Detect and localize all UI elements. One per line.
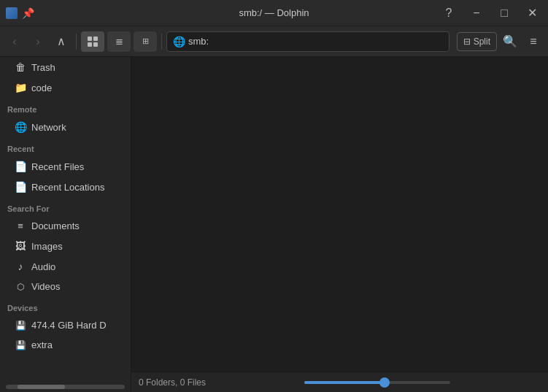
main-area: 🗑 Trash 📁 code Remote 🌐 Network Recent 📄…: [0, 57, 548, 392]
menu-button[interactable]: ≡: [523, 31, 544, 52]
recent-files-icon: 📄: [15, 161, 26, 172]
sidebar-item-hard-drive-label: 474.4 GiB Hard D: [31, 320, 120, 331]
location-smb-icon: 🌐: [173, 36, 185, 47]
audio-icon: ♪: [15, 261, 26, 272]
help-button[interactable]: ?: [439, 3, 459, 23]
sidebar-item-recent-files[interactable]: 📄 Recent Files: [3, 157, 128, 176]
search-button[interactable]: 🔍: [500, 31, 520, 52]
sidebar-item-trash[interactable]: 🗑 Trash: [3, 58, 128, 77]
toolbar-separator-1: [76, 34, 77, 50]
sidebar-item-audio-label: Audio: [31, 261, 120, 272]
maximize-button[interactable]: □: [494, 3, 514, 23]
grid-icon: [88, 36, 98, 47]
extra-drive-icon: 💾: [15, 340, 26, 350]
toolbar: ‹ › ∧ ≣ ⊞ 🌐 smb: ⊟ Split 🔍 ≡: [0, 26, 548, 57]
zoom-slider-thumb[interactable]: [379, 377, 390, 388]
zoom-slider-fill: [304, 381, 385, 384]
statusbar: 0 Folders, 0 Files: [131, 372, 548, 392]
statusbar-text: 0 Folders, 0 Files: [139, 377, 206, 388]
view-compact-button[interactable]: ≣: [107, 31, 131, 52]
sidebar-item-images-label: Images: [31, 241, 120, 252]
forward-button[interactable]: ›: [28, 31, 48, 52]
file-list[interactable]: [131, 57, 548, 372]
sidebar-item-hard-drive[interactable]: 💾 474.4 GiB Hard D: [3, 316, 128, 334]
window-title: smb:/ — Dolphin: [239, 7, 309, 18]
toolbar-right: ⊟ Split 🔍 ≡: [457, 31, 544, 52]
sidebar-item-documents[interactable]: ≡ Documents: [3, 217, 128, 235]
sidebar-item-recent-locations[interactable]: 📄 Recent Locations: [3, 177, 128, 196]
zoom-slider-area[interactable]: [213, 381, 541, 384]
toolbar-separator-2: [161, 34, 162, 50]
sidebar-item-trash-label: Trash: [31, 62, 120, 73]
documents-icon: ≡: [15, 220, 26, 231]
titlebar: 📌 smb:/ — Dolphin ? − □ ✕: [0, 0, 548, 26]
search-for-header: Search For: [0, 197, 131, 216]
minimize-button[interactable]: −: [466, 3, 487, 23]
content-area: 0 Folders, 0 Files: [131, 57, 548, 392]
code-folder-icon: 📁: [15, 82, 26, 93]
split-icon: ⊟: [463, 36, 471, 47]
network-icon: 🌐: [15, 121, 26, 133]
up-button[interactable]: ∧: [51, 31, 72, 52]
zoom-slider-track[interactable]: [304, 381, 450, 384]
sidebar-item-extra[interactable]: 💾 extra: [3, 336, 128, 354]
sidebar-item-recent-locations-label: Recent Locations: [31, 182, 120, 193]
sidebar-item-audio[interactable]: ♪ Audio: [3, 257, 128, 276]
sidebar-item-network-label: Network: [31, 122, 120, 133]
close-button[interactable]: ✕: [522, 3, 542, 23]
location-text: smb:: [188, 36, 209, 47]
recent-header: Recent: [0, 137, 131, 156]
recent-locations-icon: 📄: [15, 181, 26, 193]
sidebar-item-documents-label: Documents: [31, 220, 120, 231]
sidebar-item-videos[interactable]: ⬡ Videos: [3, 277, 128, 296]
sidebar-item-code[interactable]: 📁 code: [3, 78, 128, 97]
view-tree-button[interactable]: ⊞: [134, 31, 157, 52]
split-label: Split: [474, 36, 490, 47]
app-icon: [6, 7, 18, 19]
sidebar-item-images[interactable]: 🖼 Images: [3, 237, 128, 255]
back-button[interactable]: ‹: [4, 31, 25, 52]
sidebar-item-network[interactable]: 🌐 Network: [3, 118, 128, 137]
sidebar-item-videos-label: Videos: [31, 281, 120, 292]
trash-icon: 🗑: [15, 61, 26, 73]
hard-drive-icon: 💾: [15, 320, 26, 331]
titlebar-left: 📌: [6, 7, 34, 19]
window-controls: ? − □ ✕: [439, 3, 542, 23]
images-icon: 🖼: [15, 240, 26, 252]
sidebar: 🗑 Trash 📁 code Remote 🌐 Network Recent 📄…: [0, 57, 131, 392]
devices-header: Devices: [0, 296, 131, 315]
sidebar-item-code-label: code: [31, 82, 120, 93]
split-button[interactable]: ⊟ Split: [457, 32, 497, 51]
pin-icon[interactable]: 📌: [22, 7, 34, 19]
sidebar-item-extra-label: extra: [31, 339, 120, 350]
location-bar[interactable]: 🌐 smb:: [166, 31, 449, 52]
remote-header: Remote: [0, 98, 131, 117]
sidebar-item-recent-files-label: Recent Files: [31, 161, 120, 172]
view-icons-button[interactable]: [81, 31, 104, 52]
videos-icon: ⬡: [15, 282, 26, 292]
